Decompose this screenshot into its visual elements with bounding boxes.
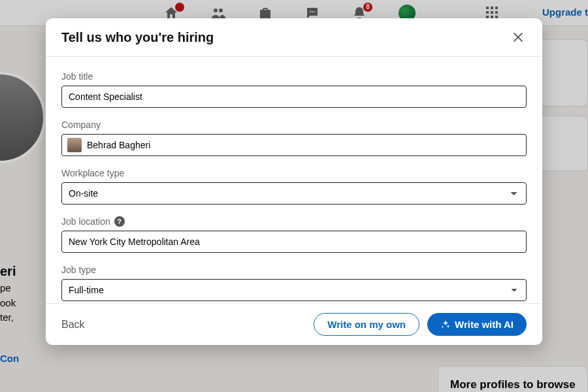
label-job-type: Job type bbox=[61, 265, 527, 275]
label-job-location: Job location ? bbox=[61, 216, 527, 227]
company-input-wrap[interactable] bbox=[61, 134, 527, 156]
modal-title: Tell us who you're hiring bbox=[61, 30, 214, 45]
job-location-input[interactable] bbox=[61, 231, 527, 253]
company-input[interactable] bbox=[87, 140, 521, 150]
modal-header: Tell us who you're hiring bbox=[46, 18, 542, 57]
modal-body[interactable]: Job title Company Workplace type On-site… bbox=[46, 57, 542, 303]
modal-footer: Back Write on my own Write with AI bbox=[46, 303, 542, 345]
hiring-modal: Tell us who you're hiring Job title Comp… bbox=[46, 18, 542, 345]
modal-overlay: Tell us who you're hiring Job title Comp… bbox=[0, 0, 588, 392]
write-with-ai-button[interactable]: Write with AI bbox=[427, 313, 527, 336]
label-company: Company bbox=[61, 120, 527, 130]
job-type-select[interactable]: Full-time bbox=[61, 279, 527, 301]
label-workplace-type: Workplace type bbox=[61, 168, 527, 178]
help-icon[interactable]: ? bbox=[114, 216, 125, 227]
label-job-title: Job title bbox=[61, 71, 527, 82]
field-job-location: Job location ? bbox=[61, 216, 527, 253]
back-button[interactable]: Back bbox=[61, 319, 85, 331]
field-workplace-type: Workplace type On-site bbox=[61, 168, 527, 204]
field-company: Company bbox=[61, 120, 527, 156]
company-logo bbox=[67, 138, 82, 152]
job-title-input[interactable] bbox=[61, 86, 527, 108]
field-job-title: Job title bbox=[61, 71, 527, 108]
sparkle-icon bbox=[440, 319, 451, 330]
field-job-type: Job type Full-time bbox=[61, 265, 527, 301]
close-icon[interactable] bbox=[510, 29, 527, 46]
workplace-type-select[interactable]: On-site bbox=[61, 182, 527, 204]
write-on-my-own-button[interactable]: Write on my own bbox=[314, 313, 419, 336]
